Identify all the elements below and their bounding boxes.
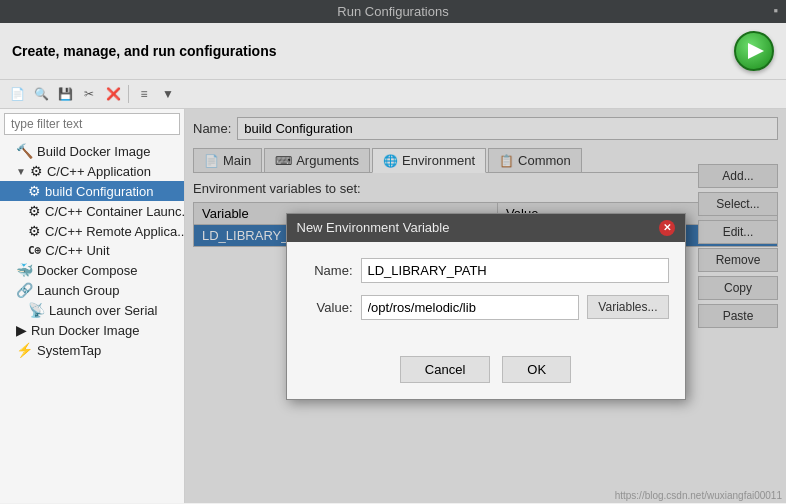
dialog-name-label: Name:: [303, 263, 353, 278]
dialog-body: Name: Value: Variables...: [287, 242, 685, 348]
tree-area: 🔨 Build Docker Image ▼ ⚙ C/C++ Applicati…: [0, 139, 184, 503]
systemtap-icon: ⚡: [16, 342, 33, 358]
run-docker-icon: ▶: [16, 322, 27, 338]
dropdown-button[interactable]: ▼: [157, 83, 179, 105]
sidebar-item-run-docker-image[interactable]: ▶ Run Docker Image: [0, 320, 184, 340]
dialog-value-label: Value:: [303, 300, 353, 315]
dialog-title: New Environment Variable: [297, 220, 450, 235]
launch-group-icon: 🔗: [16, 282, 33, 298]
header: Create, manage, and run configurations: [0, 23, 786, 80]
sidebar-item-build-configuration[interactable]: ⚙ build Configuration: [0, 181, 184, 201]
expand-arrow-icon: ▼: [16, 166, 26, 177]
sidebar-item-launch-group[interactable]: 🔗 Launch Group: [0, 280, 184, 300]
sidebar-item-label: SystemTap: [37, 343, 101, 358]
search-button[interactable]: 🔍: [30, 83, 52, 105]
sidebar-item-cpp-container[interactable]: ⚙ C/C++ Container Launc...: [0, 201, 184, 221]
sidebar-item-label: Build Docker Image: [37, 144, 150, 159]
right-panel: Name: 📄 Main ⌨ Arguments 🌐 Environment: [185, 109, 786, 503]
variables-button[interactable]: Variables...: [587, 295, 668, 319]
new-env-variable-dialog: New Environment Variable ✕ Name: Value: …: [286, 213, 686, 400]
sidebar-item-cpp-application[interactable]: ▼ ⚙ C/C++ Application: [0, 161, 184, 181]
toolbar: 📄 🔍 💾 ✂ ❌ ≡ ▼: [0, 80, 786, 109]
run-button[interactable]: [734, 31, 774, 71]
launch-serial-icon: 📡: [28, 302, 45, 318]
window-title: Run Configurations: [337, 4, 448, 19]
dialog-name-input[interactable]: [361, 258, 669, 283]
filter-button[interactable]: ≡: [133, 83, 155, 105]
sidebar-item-docker-compose[interactable]: 🐳 Docker Compose: [0, 260, 184, 280]
sidebar-item-label: build Configuration: [45, 184, 153, 199]
sidebar-item-label: Run Docker Image: [31, 323, 139, 338]
sidebar-item-launch-serial[interactable]: 📡 Launch over Serial: [0, 300, 184, 320]
delete-button[interactable]: ❌: [102, 83, 124, 105]
sidebar-item-label: Docker Compose: [37, 263, 137, 278]
sidebar-item-cpp-unit[interactable]: C⊕ C/C++ Unit: [0, 241, 184, 260]
sidebar-item-label: Launch over Serial: [49, 303, 157, 318]
window-close-icon[interactable]: ▪: [773, 3, 778, 18]
cut-button[interactable]: ✂: [78, 83, 100, 105]
main-window: Create, manage, and run configurations 📄…: [0, 23, 786, 503]
dialog-footer: Cancel OK: [287, 348, 685, 399]
filter-input[interactable]: [4, 113, 180, 135]
cpp-remote-icon: ⚙: [28, 223, 41, 239]
sidebar: 🔨 Build Docker Image ▼ ⚙ C/C++ Applicati…: [0, 109, 185, 503]
sidebar-item-cpp-remote[interactable]: ⚙ C/C++ Remote Applica...: [0, 221, 184, 241]
sidebar-item-label: Launch Group: [37, 283, 119, 298]
page-title: Create, manage, and run configurations: [12, 43, 277, 59]
ok-button[interactable]: OK: [502, 356, 571, 383]
sidebar-item-systemtap[interactable]: ⚡ SystemTap: [0, 340, 184, 360]
sidebar-item-label: C/C++ Remote Applica...: [45, 224, 184, 239]
new-config-button[interactable]: 📄: [6, 83, 28, 105]
modal-overlay: New Environment Variable ✕ Name: Value: …: [185, 109, 786, 503]
dialog-name-row: Name:: [303, 258, 669, 283]
sidebar-item-label: C/C++ Unit: [45, 243, 109, 258]
cpp-container-icon: ⚙: [28, 203, 41, 219]
dialog-value-input[interactable]: [361, 295, 580, 320]
sidebar-item-label: C/C++ Application: [47, 164, 151, 179]
config-icon: ⚙: [28, 183, 41, 199]
cpp-unit-icon: C⊕: [28, 244, 41, 257]
build-docker-icon: 🔨: [16, 143, 33, 159]
dialog-close-button[interactable]: ✕: [659, 220, 675, 236]
docker-compose-icon: 🐳: [16, 262, 33, 278]
save-button[interactable]: 💾: [54, 83, 76, 105]
content-area: 🔨 Build Docker Image ▼ ⚙ C/C++ Applicati…: [0, 109, 786, 503]
sidebar-item-label: C/C++ Container Launc...: [45, 204, 184, 219]
dialog-title-bar: New Environment Variable ✕: [287, 214, 685, 242]
cpp-app-icon: ⚙: [30, 163, 43, 179]
separator: [128, 85, 129, 103]
title-bar: Run Configurations ▪: [0, 0, 786, 23]
cancel-button[interactable]: Cancel: [400, 356, 490, 383]
sidebar-item-build-docker-image[interactable]: 🔨 Build Docker Image: [0, 141, 184, 161]
dialog-value-row: Value: Variables...: [303, 295, 669, 320]
